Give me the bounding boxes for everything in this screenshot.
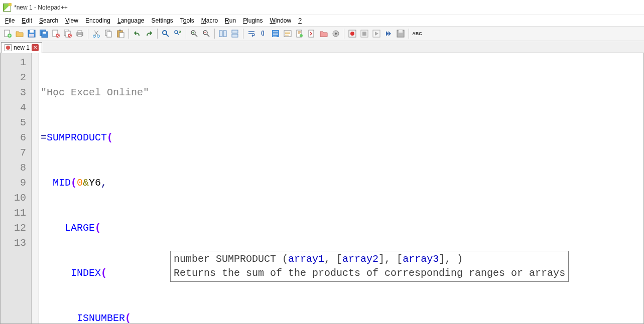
tab-new1[interactable]: new 1 ✕	[1, 42, 42, 53]
tab-label: new 1	[14, 44, 30, 51]
svg-rect-44	[399, 30, 403, 33]
line-number: 7	[1, 145, 31, 160]
svg-point-37	[335, 33, 337, 35]
code-line: "Học Excel Online"	[39, 85, 643, 100]
print-button[interactable]	[74, 28, 85, 39]
line-number: 9	[1, 176, 31, 191]
fold-margin	[32, 53, 39, 323]
window-title: *new 1 - Notepad++	[14, 4, 68, 11]
find-button[interactable]	[160, 28, 171, 39]
svg-rect-30	[232, 34, 238, 37]
titlebar: *new 1 - Notepad++	[0, 0, 644, 15]
svg-rect-21	[119, 30, 121, 31]
svg-point-34	[300, 34, 303, 37]
wordwrap-button[interactable]	[246, 28, 257, 39]
spellcheck-button[interactable]: ABC	[412, 28, 423, 39]
macro-play-button[interactable]	[371, 28, 382, 39]
svg-rect-41	[362, 32, 366, 36]
svg-rect-29	[232, 30, 238, 33]
toolbar-sep	[88, 29, 88, 39]
zoom-in-button[interactable]	[189, 28, 200, 39]
line-number: 2	[1, 70, 31, 85]
menu-run[interactable]: Run	[222, 16, 239, 25]
code-line: =SUMPRODUCT(	[39, 130, 643, 145]
editor[interactable]: 1 2 3 4 5 6 7 8 9 10 11 12 13 "Học Excel…	[0, 53, 644, 324]
close-all-button[interactable]	[62, 28, 73, 39]
sync-h-button[interactable]	[229, 28, 240, 39]
menu-settings[interactable]: Settings	[148, 16, 176, 25]
toolbar-sep	[409, 29, 409, 39]
line-number: 3	[1, 85, 31, 100]
svg-rect-7	[43, 32, 46, 34]
line-number: 6	[1, 130, 31, 145]
line-number: 11	[1, 206, 31, 221]
menu-view[interactable]: View	[62, 16, 81, 25]
line-number: 4	[1, 100, 31, 115]
sync-v-button[interactable]	[217, 28, 228, 39]
menu-window[interactable]: Window	[267, 16, 295, 25]
line-number: 8	[1, 160, 31, 176]
line-number-gutter: 1 2 3 4 5 6 7 8 9 10 11 12 13	[1, 53, 32, 323]
close-button[interactable]	[50, 28, 61, 39]
line-number: 10	[1, 191, 31, 206]
toolbar: ABC	[0, 26, 644, 41]
func-list-button[interactable]	[306, 28, 317, 39]
new-file-button[interactable]	[2, 28, 13, 39]
indent-guide-button[interactable]	[270, 28, 281, 39]
tab-bar: new 1 ✕	[0, 41, 644, 53]
zoom-out-button[interactable]	[201, 28, 212, 39]
svg-rect-14	[78, 31, 82, 33]
menu-search[interactable]: Search	[36, 16, 61, 25]
undo-button[interactable]	[132, 28, 143, 39]
menu-edit[interactable]: Edit	[19, 16, 35, 25]
svg-rect-28	[223, 31, 226, 37]
svg-rect-15	[78, 35, 82, 37]
line-number: 12	[1, 221, 31, 236]
menubar: File Edit Search View Encoding Language …	[0, 15, 644, 26]
save-all-button[interactable]	[38, 28, 49, 39]
code-line: ISNUMBER(	[39, 311, 643, 324]
show-all-chars-button[interactable]	[258, 28, 269, 39]
line-number: 5	[1, 115, 31, 130]
doc-map-button[interactable]	[294, 28, 305, 39]
macro-record-button[interactable]	[347, 28, 358, 39]
toolbar-sep	[128, 29, 129, 39]
svg-rect-27	[219, 31, 222, 37]
menu-plugins[interactable]: Plugins	[240, 16, 266, 25]
menu-macro[interactable]: Macro	[198, 16, 221, 25]
tab-close-button[interactable]: ✕	[32, 44, 39, 51]
svg-rect-4	[29, 34, 34, 37]
svg-rect-3	[30, 30, 34, 33]
folder-workspace-button[interactable]	[318, 28, 329, 39]
udl-button[interactable]	[282, 28, 293, 39]
macro-save-button[interactable]	[395, 28, 406, 39]
menu-encoding[interactable]: Encoding	[82, 16, 113, 25]
menu-tools[interactable]: Tools	[177, 16, 197, 25]
svg-point-39	[350, 32, 354, 36]
macro-stop-button[interactable]	[359, 28, 370, 39]
save-button[interactable]	[26, 28, 37, 39]
toolbar-sep	[157, 29, 158, 39]
toolbar-sep	[186, 29, 186, 39]
code-line: MID(0&Y6,	[39, 176, 643, 191]
menu-file[interactable]: File	[2, 16, 18, 25]
monitoring-button[interactable]	[330, 28, 341, 39]
app-icon	[3, 4, 11, 12]
toolbar-sep	[243, 29, 243, 39]
svg-rect-22	[119, 33, 124, 38]
menu-help[interactable]: ?	[295, 16, 305, 25]
file-modified-icon	[5, 44, 12, 51]
paste-button[interactable]	[115, 28, 126, 39]
code-area[interactable]: "Học Excel Online" =SUMPRODUCT( MID(0&Y6…	[39, 53, 643, 323]
menu-language[interactable]: Language	[114, 16, 147, 25]
svg-rect-19	[107, 32, 111, 37]
toolbar-sep	[344, 29, 344, 39]
toolbar-sep	[214, 29, 215, 39]
svg-point-23	[163, 31, 167, 35]
copy-button[interactable]	[103, 28, 114, 39]
replace-button[interactable]	[172, 28, 183, 39]
cut-button[interactable]	[91, 28, 102, 39]
open-file-button[interactable]	[14, 28, 25, 39]
macro-play-multi-button[interactable]	[383, 28, 394, 39]
redo-button[interactable]	[144, 28, 155, 39]
